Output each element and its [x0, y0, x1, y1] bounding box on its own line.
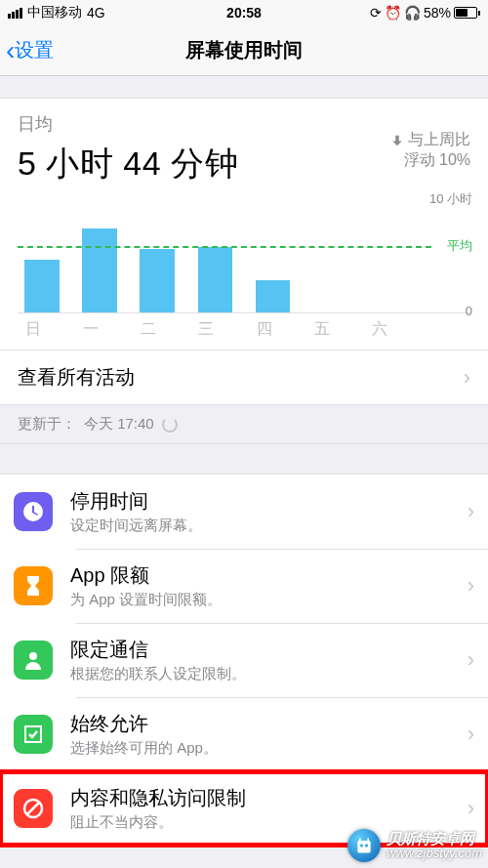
- setting-subtitle: 为 App 设置时间限额。: [70, 591, 468, 609]
- alarm-icon: ⏰: [385, 5, 401, 21]
- chevron-right-icon: ›: [464, 365, 470, 391]
- see-all-activity-row[interactable]: 查看所有活动 ›: [0, 350, 488, 404]
- chevron-right-icon: ›: [468, 573, 474, 599]
- status-bar: 中国移动 4G 20:58 ⟳ ⏰ 🎧 58%: [0, 0, 488, 25]
- nav-bar: ‹ 设置 屏幕使用时间: [0, 25, 488, 76]
- x-axis: 日一二三四五六: [18, 319, 470, 340]
- setting-title: 限定通信: [70, 637, 468, 663]
- down-arrow-icon: [390, 134, 404, 147]
- setting-row-hourglass[interactable]: App 限额为 App 设置时间限额。›: [0, 549, 488, 623]
- chevron-left-icon: ‹: [6, 37, 15, 64]
- daily-avg-value: 5 小时 44 分钟: [18, 142, 238, 186]
- setting-subtitle: 选择始终可用的 App。: [70, 739, 468, 758]
- setting-subtitle: 根据您的联系人设定限制。: [70, 665, 468, 683]
- x-axis-label: 四: [249, 319, 306, 340]
- watermark-logo-icon: [347, 829, 381, 862]
- setting-row-downtime[interactable]: 停用时间设定时间远离屏幕。›: [0, 475, 488, 549]
- setting-title: 内容和隐私访问限制: [70, 785, 468, 811]
- trend-value: 浮动 10%: [390, 150, 470, 171]
- trend-block: 与上周比 浮动 10%: [390, 130, 470, 171]
- setting-row-check[interactable]: 始终允许选择始终可用的 App。›: [0, 697, 488, 771]
- clock-icon: [14, 492, 53, 531]
- chart-bar: [140, 249, 174, 312]
- chart-bar: [256, 280, 290, 312]
- y-axis-top-label: 10 小时: [429, 190, 472, 208]
- hourglass-icon: [14, 566, 53, 605]
- chart-bar: [24, 260, 59, 312]
- setting-row-contact[interactable]: 限定通信根据您的联系人设定限制。›: [0, 623, 488, 697]
- watermark: 贝斯特安卓网 www.zjbstyy.com: [347, 829, 482, 862]
- settings-list: 停用时间设定时间远离屏幕。›App 限额为 App 设置时间限额。›限定通信根据…: [0, 474, 488, 847]
- see-all-activity-label: 查看所有活动: [18, 364, 464, 391]
- updated-prefix: 更新于：: [18, 415, 76, 434]
- updated-value: 今天 17:40: [84, 415, 154, 434]
- usage-chart[interactable]: 10 小时 0 平均 日一二三四五六: [0, 186, 488, 350]
- average-label: 平均: [447, 237, 472, 255]
- headphone-icon: 🎧: [404, 5, 421, 21]
- battery-icon: [454, 7, 480, 19]
- checkbox-icon: [14, 715, 53, 754]
- usage-summary-card: 日均 5 小时 44 分钟 与上周比 浮动 10% 10 小时 0 平均 日一二…: [0, 98, 488, 444]
- x-axis-label: 二: [133, 319, 190, 340]
- y-axis-bottom-label: 0: [466, 304, 472, 318]
- battery-pct: 58%: [424, 5, 451, 21]
- network-label: 4G: [87, 5, 105, 21]
- setting-title: 始终允许: [70, 711, 468, 737]
- lock-icon: ⟳: [370, 5, 382, 21]
- loading-spinner-icon: [162, 417, 178, 433]
- block-icon: [14, 789, 53, 828]
- chevron-right-icon: ›: [468, 796, 474, 821]
- svg-point-0: [29, 652, 37, 660]
- setting-title: 停用时间: [70, 488, 468, 515]
- x-axis-label: 五: [306, 319, 364, 340]
- setting-title: App 限额: [70, 562, 468, 589]
- daily-avg-label: 日均: [18, 112, 238, 136]
- setting-subtitle: 设定时间远离屏幕。: [70, 517, 468, 535]
- x-axis-label: 一: [75, 319, 133, 340]
- chevron-right-icon: ›: [468, 722, 474, 747]
- chart-bar: [82, 228, 116, 312]
- back-label: 设置: [15, 37, 54, 63]
- watermark-line2: www.zjbstyy.com: [386, 847, 482, 860]
- svg-line-2: [27, 803, 39, 814]
- average-line: [18, 246, 431, 248]
- x-axis-label: 三: [190, 319, 248, 340]
- trend-label: 与上周比: [408, 130, 470, 150]
- page-title: 屏幕使用时间: [185, 37, 303, 63]
- contact-icon: [14, 641, 53, 680]
- x-axis-label: 六: [364, 319, 422, 340]
- x-axis-label: 日: [18, 319, 75, 340]
- status-time: 20:58: [226, 5, 262, 21]
- carrier-label: 中国移动: [27, 4, 82, 21]
- chevron-right-icon: ›: [468, 499, 474, 524]
- signal-icon: [8, 8, 22, 19]
- watermark-line1: 贝斯特安卓网: [386, 831, 482, 847]
- chevron-right-icon: ›: [468, 647, 474, 673]
- updated-at-row: 更新于： 今天 17:40: [0, 404, 488, 443]
- chart-bar: [198, 247, 232, 312]
- back-button[interactable]: ‹ 设置: [0, 37, 54, 64]
